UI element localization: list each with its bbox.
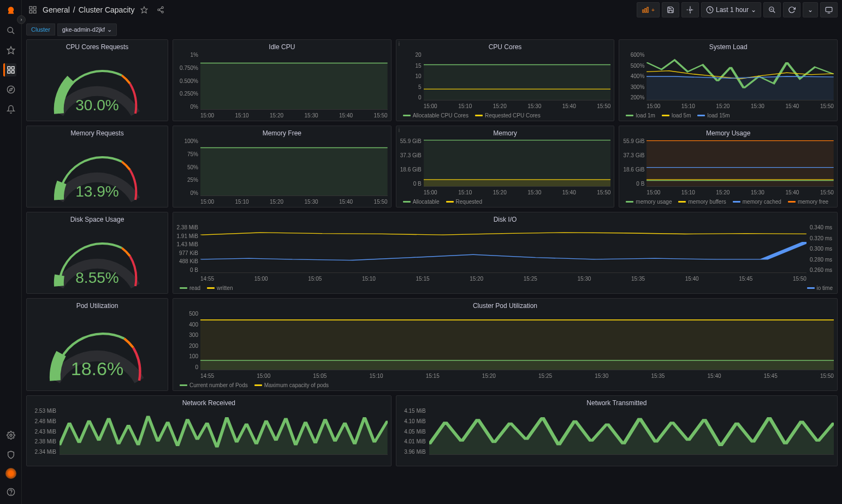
svg-line-21 <box>159 10 162 11</box>
svg-rect-41 <box>424 180 611 186</box>
svg-rect-24 <box>647 7 648 12</box>
legend: memory usagememory buffersmemory cachedm… <box>619 198 837 207</box>
search-icon[interactable] <box>4 24 17 37</box>
svg-rect-4 <box>11 67 14 69</box>
svg-rect-23 <box>645 9 646 13</box>
svg-line-1 <box>12 32 14 34</box>
star-icon[interactable] <box>4 44 17 57</box>
svg-rect-6 <box>11 70 14 73</box>
plot-area <box>424 139 611 187</box>
share-icon[interactable] <box>154 3 167 16</box>
legend: readwrittenio time <box>173 284 837 293</box>
plot-area <box>647 139 834 187</box>
svg-rect-30 <box>826 7 832 11</box>
x-axis: 15:0015:1015:2015:3015:4015:50 <box>200 112 388 118</box>
add-panel-button[interactable]: + <box>637 2 660 17</box>
panel-network-received[interactable]: Network Received 2.53 MiB2.48 MiB2.43 Mi… <box>26 395 392 466</box>
svg-rect-32 <box>200 63 388 109</box>
variable-select[interactable]: gke-admin-d2jkf⌄ <box>57 23 117 36</box>
refresh-interval-button[interactable]: ⌄ <box>803 2 818 17</box>
y-axis: 5004003002001000 <box>174 311 200 370</box>
y-axis: 600%500%400%300%200% <box>620 52 647 100</box>
plot-area <box>200 53 388 110</box>
breadcrumb[interactable]: General / Cluster Capacity <box>43 5 134 14</box>
star-dashboard-icon[interactable] <box>138 3 151 16</box>
zoom-out-button[interactable] <box>763 2 781 17</box>
help-icon[interactable] <box>4 485 17 499</box>
info-icon[interactable]: i <box>399 127 400 133</box>
grafana-logo-icon[interactable] <box>4 4 17 17</box>
info-icon[interactable]: i <box>399 41 400 47</box>
gauge-value: 13.9% <box>75 183 118 200</box>
dashboards-icon[interactable] <box>3 63 16 76</box>
panel-idle-cpu[interactable]: Idle CPU 1%0.750%0.500%0.250%0% 15:0015:… <box>173 39 392 121</box>
breadcrumb-folder[interactable]: General <box>43 5 70 14</box>
y-axis: 2.53 MiB2.48 MiB2.43 MiB2.38 MiB2.34 MiB <box>28 408 58 455</box>
svg-line-20 <box>159 8 162 9</box>
svg-rect-12 <box>29 7 32 9</box>
chevron-down-icon: ⌄ <box>107 26 112 33</box>
time-picker[interactable]: Last 1 hour⌄ <box>701 2 761 17</box>
panel-network-transmitted[interactable]: Network Transmitted 4.15 MiB4.10 MiB4.05… <box>396 395 838 466</box>
panel-disk-io[interactable]: Disk I/O 2.38 MiB1.91 MiB1.43 MiB977 KiB… <box>173 212 838 294</box>
plot-area <box>200 226 807 273</box>
time-picker-label: Last 1 hour <box>716 6 749 14</box>
panel-cpu-cores[interactable]: i CPU Cores 20151050 15:0015:1015:2015:3… <box>396 39 615 121</box>
y-axis: 20151050 <box>398 52 424 100</box>
y-axis: 4.15 MiB4.10 MiB4.05 MiB4.01 MiB3.96 MiB <box>398 408 428 455</box>
svg-point-11 <box>10 494 11 495</box>
x-axis: 15:0015:1015:2015:3015:4015:50 <box>647 189 834 195</box>
plot-area <box>200 312 834 370</box>
panel-pod-utilization[interactable]: Pod Utilization 18.6% <box>26 298 168 391</box>
panel-memory-free[interactable]: Memory Free 100%75%50%25%0% 15:0015:1015… <box>173 126 392 207</box>
y-axis: 2.38 MiB1.91 MiB1.43 MiB977 KiB488 KiB0 … <box>174 224 200 273</box>
tv-mode-button[interactable] <box>820 2 838 17</box>
svg-rect-22 <box>643 10 644 13</box>
panel-title: Cluster Pod Utilization <box>173 299 837 311</box>
panel-title: Memory <box>396 126 614 138</box>
svg-point-9 <box>10 434 12 436</box>
refresh-button[interactable] <box>783 2 801 17</box>
x-axis: 14:5515:0015:0515:1015:1515:2015:2515:30… <box>200 276 807 282</box>
x-axis: 15:0015:1015:2015:3015:4015:50 <box>200 199 388 205</box>
panel-title: Memory Requests <box>27 126 168 138</box>
panel-cpu-requests[interactable]: CPU Cores Requests 30.0% <box>26 39 168 121</box>
legend: Current number of PodsMaximum capacity o… <box>173 381 837 390</box>
y-axis: 55.9 GiB37.3 GiB18.6 GiB0 B <box>620 138 647 187</box>
settings-button[interactable] <box>681 2 699 17</box>
variable-label: Cluster <box>26 23 55 35</box>
x-axis: 15:0015:1015:2015:3015:4015:50 <box>424 103 611 109</box>
legend: AllocatableRequested <box>396 198 614 207</box>
panel-title: Network Transmitted <box>396 396 837 408</box>
panel-cluster-pod-utilization[interactable]: Cluster Pod Utilization 5004003002001000… <box>173 298 838 391</box>
panel-memory-usage[interactable]: Memory Usage 55.9 GiB37.3 GiB18.6 GiB0 B… <box>619 126 838 207</box>
y-axis: 1%0.750%0.500%0.250%0% <box>174 52 200 110</box>
svg-point-25 <box>689 9 691 11</box>
breadcrumb-dash[interactable]: Cluster Capacity <box>79 5 135 14</box>
admin-icon[interactable] <box>4 448 17 461</box>
explore-icon[interactable] <box>4 83 17 96</box>
save-button[interactable] <box>662 2 679 17</box>
variable-bar: Cluster gke-admin-d2jkf⌄ <box>22 20 842 39</box>
svg-rect-13 <box>33 7 36 9</box>
user-avatar[interactable] <box>5 468 16 479</box>
panel-title: Disk Space Usage <box>27 212 168 224</box>
panel-title: System Load <box>619 40 837 52</box>
y-axis: 55.9 GiB37.3 GiB18.6 GiB0 B <box>398 138 424 187</box>
panel-system-load[interactable]: System Load 600%500%400%300%200% 15:0015… <box>619 39 838 121</box>
dashboard-nav-icon[interactable] <box>26 3 39 16</box>
alert-icon[interactable] <box>4 103 17 116</box>
panel-title: CPU Cores <box>396 40 614 52</box>
svg-point-19 <box>162 11 164 13</box>
svg-rect-50 <box>200 360 834 370</box>
svg-rect-15 <box>33 10 36 13</box>
svg-point-18 <box>158 9 160 11</box>
panel-memory-requests[interactable]: Memory Requests 13.9% <box>26 126 168 207</box>
svg-line-28 <box>773 11 775 13</box>
svg-marker-2 <box>7 46 14 54</box>
panel-title: Pod Utilization <box>27 299 168 311</box>
config-icon[interactable] <box>4 429 17 442</box>
panel-memory[interactable]: i Memory 55.9 GiB37.3 GiB18.6 GiB0 B 15:… <box>396 126 615 207</box>
sidebar-toggle[interactable]: › <box>17 15 26 24</box>
panel-disk-usage[interactable]: Disk Space Usage 8.55% <box>26 212 168 294</box>
